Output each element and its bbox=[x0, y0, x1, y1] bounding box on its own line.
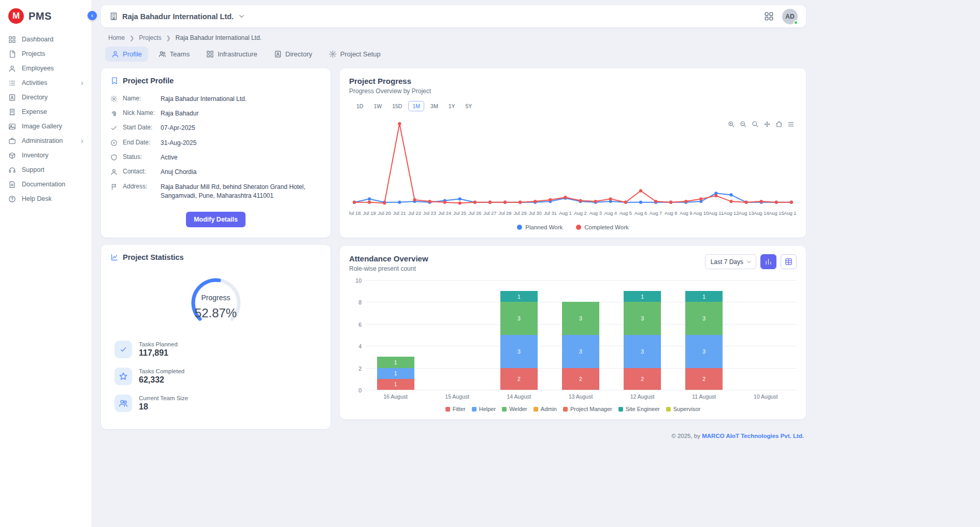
bar-segment-Helper[interactable]: 3 bbox=[624, 335, 661, 368]
company-link[interactable]: MARCO AIoT Technologies Pvt. Ltd. bbox=[702, 433, 804, 439]
sidebar-item-image-gallery[interactable]: Image Gallery bbox=[0, 119, 92, 134]
home-icon[interactable] bbox=[775, 121, 783, 128]
data-point[interactable] bbox=[413, 198, 416, 201]
attendance-bar-chart[interactable]: 0246810111233123323312331 16 August15 Au… bbox=[349, 281, 797, 412]
range-button-5y[interactable]: 5Y bbox=[461, 101, 476, 111]
apps-grid-icon[interactable] bbox=[764, 11, 774, 21]
data-point[interactable] bbox=[684, 200, 687, 203]
data-point[interactable] bbox=[594, 200, 597, 203]
breadcrumb-projects[interactable]: Projects bbox=[139, 34, 161, 41]
app-logo[interactable]: M PMS bbox=[0, 5, 92, 32]
bar-segment-Welder[interactable]: 3 bbox=[500, 302, 538, 335]
bar-stack-11 August[interactable]: 2331 bbox=[685, 291, 723, 390]
bar-segment-Welder[interactable]: 3 bbox=[685, 302, 723, 335]
legend-item-Admin[interactable]: Admin bbox=[534, 406, 557, 412]
bar-segment-Helper[interactable]: 3 bbox=[685, 335, 723, 368]
search-icon[interactable] bbox=[752, 121, 759, 128]
bar-stack-12 August[interactable]: 2331 bbox=[624, 291, 661, 390]
sidebar-item-projects[interactable]: Projects bbox=[0, 47, 92, 61]
data-point[interactable] bbox=[729, 200, 732, 203]
data-point[interactable] bbox=[729, 193, 732, 196]
data-point[interactable] bbox=[503, 201, 507, 204]
range-button-1w[interactable]: 1W bbox=[369, 101, 386, 111]
sidebar-item-documentation[interactable]: Documentation bbox=[0, 177, 92, 192]
bar-stack-16 August[interactable]: 111 bbox=[377, 357, 414, 390]
table-view-button[interactable] bbox=[781, 254, 797, 269]
tab-infrastructure[interactable]: Infrastructure bbox=[200, 47, 264, 62]
breadcrumb-home[interactable]: Home bbox=[108, 34, 125, 41]
data-point[interactable] bbox=[353, 201, 356, 204]
data-point[interactable] bbox=[775, 201, 778, 204]
data-point[interactable] bbox=[609, 197, 612, 200]
sidebar-item-activities[interactable]: Activities › bbox=[0, 76, 92, 90]
data-point[interactable] bbox=[639, 189, 642, 192]
legend-item-Supervisor[interactable]: Supervisor bbox=[666, 406, 701, 412]
data-point[interactable] bbox=[368, 201, 371, 204]
data-point[interactable] bbox=[714, 194, 717, 197]
legend-item-Completed Work[interactable]: Completed Work bbox=[576, 224, 628, 230]
bar-segment-Fitter[interactable]: 1 bbox=[377, 379, 414, 390]
bar-segment-Welder[interactable]: 1 bbox=[377, 357, 414, 368]
data-point[interactable] bbox=[398, 122, 401, 125]
menu-icon[interactable] bbox=[787, 121, 795, 128]
data-point[interactable] bbox=[428, 200, 431, 203]
bar-segment-Site Engineer[interactable]: 1 bbox=[685, 291, 723, 302]
data-point[interactable] bbox=[760, 200, 763, 203]
data-point[interactable] bbox=[745, 201, 748, 204]
sidebar-collapse-button[interactable]: ‹ bbox=[88, 11, 97, 20]
sidebar-item-administration[interactable]: Administration › bbox=[0, 134, 92, 148]
zoom-in-icon[interactable] bbox=[728, 121, 735, 128]
sidebar-item-inventory[interactable]: Inventory bbox=[0, 148, 92, 163]
sidebar-item-help-desk[interactable]: Help Desk bbox=[0, 192, 92, 206]
legend-item-Helper[interactable]: Helper bbox=[472, 406, 496, 412]
zoom-out-icon[interactable] bbox=[740, 121, 747, 128]
modify-details-button[interactable]: Modify Details bbox=[186, 212, 246, 227]
chart-view-button[interactable] bbox=[760, 254, 776, 269]
sidebar-item-employees[interactable]: Employees bbox=[0, 61, 92, 76]
data-point[interactable] bbox=[790, 201, 793, 204]
legend-item-Planned Work[interactable]: Planned Work bbox=[517, 224, 563, 230]
progress-line-chart[interactable]: Jul 18Jul 19Jul 20Jul 21Jul 22Jul 23Jul … bbox=[349, 112, 797, 222]
data-point[interactable] bbox=[443, 201, 446, 204]
data-point[interactable] bbox=[654, 200, 657, 203]
legend-item-Site Engineer[interactable]: Site Engineer bbox=[618, 406, 660, 412]
data-point[interactable] bbox=[458, 197, 462, 200]
data-point[interactable] bbox=[624, 201, 627, 204]
pan-icon[interactable] bbox=[763, 121, 771, 128]
bar-segment-Helper[interactable]: 1 bbox=[377, 368, 414, 379]
data-point[interactable] bbox=[669, 201, 672, 204]
range-button-1d[interactable]: 1D bbox=[352, 101, 367, 111]
sidebar-item-dashboard[interactable]: Dashboard bbox=[0, 32, 92, 47]
range-button-1y[interactable]: 1Y bbox=[444, 101, 459, 111]
legend-item-Project Manager[interactable]: Project Manager bbox=[563, 406, 612, 412]
data-point[interactable] bbox=[398, 201, 401, 204]
sidebar-item-directory[interactable]: Directory bbox=[0, 90, 92, 105]
data-point[interactable] bbox=[534, 200, 537, 203]
tab-directory[interactable]: Directory bbox=[268, 47, 319, 62]
legend-item-Welder[interactable]: Welder bbox=[502, 406, 527, 412]
tab-project-setup[interactable]: Project Setup bbox=[323, 47, 387, 62]
data-point[interactable] bbox=[549, 198, 552, 201]
bar-segment-Site Engineer[interactable]: 1 bbox=[624, 291, 661, 302]
data-point[interactable] bbox=[473, 201, 477, 204]
bar-segment-Fitter[interactable]: 2 bbox=[500, 368, 538, 390]
data-point[interactable] bbox=[579, 199, 582, 202]
range-button-3m[interactable]: 3M bbox=[426, 101, 442, 111]
sidebar-item-support[interactable]: Support bbox=[0, 163, 92, 177]
avatar[interactable]: AD bbox=[782, 9, 798, 24]
date-range-select[interactable]: Last 7 Days bbox=[705, 254, 756, 269]
data-point[interactable] bbox=[368, 197, 371, 200]
bar-segment-Helper[interactable]: 3 bbox=[500, 335, 538, 368]
company-selector[interactable]: Raja Bahadur International Ltd. bbox=[109, 12, 246, 21]
data-point[interactable] bbox=[518, 201, 522, 204]
data-point[interactable] bbox=[564, 196, 567, 199]
range-button-1m[interactable]: 1M bbox=[408, 101, 424, 111]
sidebar-item-expense[interactable]: Expense bbox=[0, 105, 92, 119]
legend-item-Fitter[interactable]: Fitter bbox=[445, 406, 466, 412]
data-point[interactable] bbox=[383, 201, 386, 204]
tab-teams[interactable]: Teams bbox=[152, 47, 196, 62]
data-point[interactable] bbox=[488, 201, 492, 204]
range-button-15d[interactable]: 15D bbox=[388, 101, 406, 111]
data-point[interactable] bbox=[458, 201, 462, 204]
tab-profile[interactable]: Profile bbox=[105, 47, 148, 62]
